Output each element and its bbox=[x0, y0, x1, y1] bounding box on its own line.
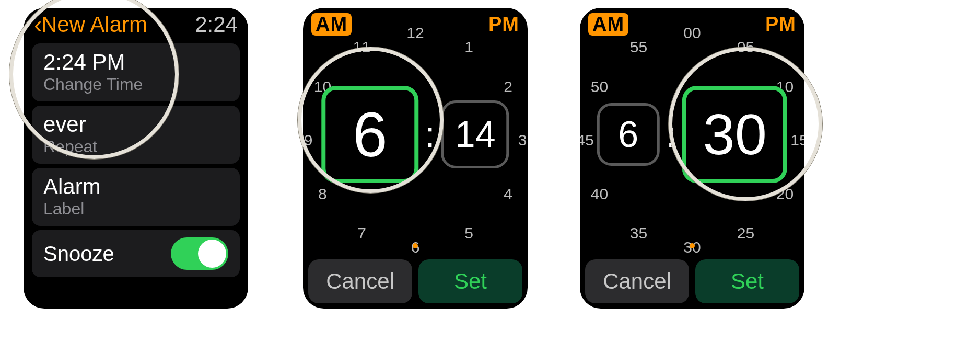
button-row: Cancel Set bbox=[585, 259, 799, 303]
snooze-toggle[interactable] bbox=[171, 237, 228, 270]
set-button[interactable]: Set bbox=[695, 259, 799, 303]
minute-box[interactable]: 30 bbox=[682, 86, 787, 183]
colon-icon: : bbox=[425, 113, 435, 155]
snooze-cell[interactable]: Snooze bbox=[32, 230, 240, 277]
dial-number: 9 bbox=[304, 131, 313, 149]
time-display: 6 : 30 bbox=[597, 86, 787, 183]
dial-number: 1 bbox=[464, 38, 473, 56]
crown-indicator-icon bbox=[413, 243, 418, 248]
dial-number: 7 bbox=[357, 224, 366, 242]
dial-number: 05 bbox=[737, 38, 754, 56]
crown-indicator-icon bbox=[690, 243, 695, 248]
header: ‹ New Alarm 2:24 bbox=[24, 8, 248, 39]
dial-number: 8 bbox=[318, 185, 327, 203]
dial-number: 00 bbox=[683, 24, 701, 42]
hour-value: 6 bbox=[353, 98, 388, 170]
change-time-sub: Change Time bbox=[43, 75, 228, 94]
set-button[interactable]: Set bbox=[418, 259, 522, 303]
back-button[interactable]: ‹ New Alarm bbox=[34, 12, 147, 37]
dial-number: 4 bbox=[504, 185, 512, 203]
dial-number: 11 bbox=[353, 38, 370, 56]
dial-number: 55 bbox=[630, 38, 647, 56]
dial-number: 12 bbox=[406, 24, 424, 42]
cancel-button[interactable]: Cancel bbox=[308, 259, 412, 303]
dial-number: 25 bbox=[737, 224, 754, 242]
repeat-cell[interactable]: ever Repeat bbox=[32, 106, 240, 164]
time-display: 6 : 14 bbox=[321, 86, 509, 183]
hour-box[interactable]: 6 bbox=[597, 103, 660, 166]
label-value: Alarm bbox=[43, 175, 228, 198]
label-cell[interactable]: Alarm Label bbox=[32, 168, 240, 226]
minute-value: 30 bbox=[703, 101, 767, 167]
minute-value: 14 bbox=[455, 113, 496, 155]
dial-number: 40 bbox=[591, 185, 608, 203]
time-picker-minute-screen: AM PM 000510152025303540455055 6 : 30 Ca… bbox=[580, 8, 804, 309]
dial-number: 3 bbox=[518, 131, 527, 149]
hour-value: 6 bbox=[618, 113, 638, 155]
dial-number: 20 bbox=[776, 185, 794, 203]
time-picker-hour-screen: AM PM 121234567891011 6 : 14 Cancel Set bbox=[303, 8, 528, 309]
toggle-knob bbox=[198, 240, 226, 268]
change-time-value: 2:24 PM bbox=[43, 51, 228, 74]
label-sub: Label bbox=[43, 199, 228, 219]
snooze-label: Snooze bbox=[43, 243, 114, 265]
change-time-cell[interactable]: 2:24 PM Change Time bbox=[32, 43, 240, 101]
dial-number: 5 bbox=[464, 224, 473, 242]
colon-icon: : bbox=[666, 113, 676, 155]
dial-number: 45 bbox=[580, 131, 594, 149]
repeat-sub: Repeat bbox=[43, 137, 228, 156]
minute-box[interactable]: 14 bbox=[441, 100, 509, 168]
alarm-settings-screen: ‹ New Alarm 2:24 2:24 PM Change Time eve… bbox=[24, 8, 248, 309]
cancel-button[interactable]: Cancel bbox=[585, 259, 689, 303]
repeat-value: ever bbox=[43, 113, 228, 136]
back-label: New Alarm bbox=[41, 12, 147, 37]
dial-number: 35 bbox=[630, 224, 647, 242]
button-row: Cancel Set bbox=[308, 259, 522, 303]
dial-number: 15 bbox=[790, 131, 804, 149]
hour-box[interactable]: 6 bbox=[321, 86, 418, 183]
status-clock: 2:24 bbox=[195, 12, 238, 37]
